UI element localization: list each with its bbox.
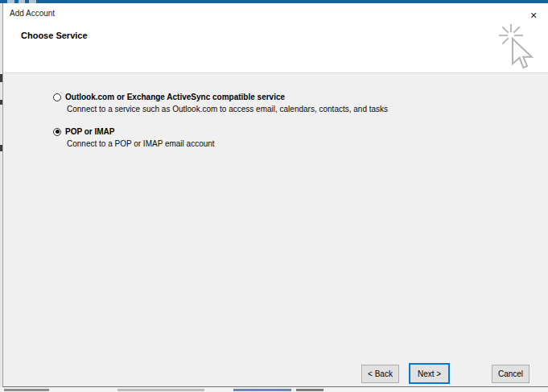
radio-selected-icon[interactable] xyxy=(53,128,61,136)
radio-unselected-icon[interactable] xyxy=(53,93,61,101)
background-divider-fragment xyxy=(117,389,204,391)
close-icon[interactable]: ✕ xyxy=(525,7,542,23)
background-text-fragment xyxy=(296,389,323,391)
screen: Add Account ✕ Choose Service Outlook.com… xyxy=(0,0,548,392)
cancel-button[interactable]: Cancel xyxy=(492,365,529,383)
dialog-header-area: Add Account ✕ Choose Service xyxy=(3,3,548,73)
option-pop-imap: POP or IMAP Connect to a POP or IMAP ema… xyxy=(53,127,215,148)
next-button[interactable]: Next > xyxy=(409,363,450,384)
option-outlook-exchange: Outlook.com or Exchange ActiveSync compa… xyxy=(53,93,388,113)
dialog-body: Outlook.com or Exchange ActiveSync compa… xyxy=(3,74,548,386)
page-title: Choose Service xyxy=(21,31,88,40)
back-button[interactable]: < Back xyxy=(361,365,399,383)
add-account-dialog: Add Account ✕ Choose Service Outlook.com… xyxy=(2,3,548,387)
option-label[interactable]: Outlook.com or Exchange ActiveSync compa… xyxy=(65,93,285,101)
option-label[interactable]: POP or IMAP xyxy=(65,127,115,136)
window-title: Add Account xyxy=(10,9,55,18)
background-window-bottom-sliver xyxy=(0,387,548,392)
radio-option-pop-imap[interactable]: POP or IMAP xyxy=(53,127,215,136)
option-description: Connect to a POP or IMAP email account xyxy=(67,139,215,148)
option-description: Connect to a service such as Outlook.com… xyxy=(67,105,388,113)
background-text-fragment xyxy=(233,389,291,391)
background-text-fragment xyxy=(4,389,49,391)
radio-option-outlook-exchange[interactable]: Outlook.com or Exchange ActiveSync compa… xyxy=(53,93,388,101)
